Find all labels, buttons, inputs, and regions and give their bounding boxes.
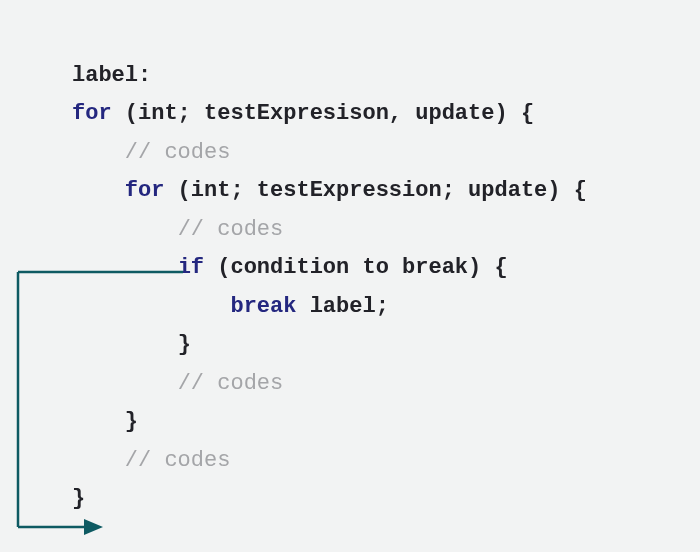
for-inner-header: (int; testExpression; update) { [164, 178, 586, 203]
keyword-for-outer: for [72, 101, 112, 126]
if-header: (condition to break) { [204, 255, 508, 280]
keyword-for-inner: for [125, 178, 165, 203]
comment-codes-3: // codes [178, 371, 284, 396]
comment-codes-1: // codes [125, 140, 231, 165]
svg-marker-3 [84, 519, 103, 535]
close-brace-inner-for: } [125, 409, 138, 434]
close-brace-if: } [178, 332, 191, 357]
break-target: label; [296, 294, 388, 319]
keyword-if: if [178, 255, 204, 280]
comment-codes-4: // codes [125, 448, 231, 473]
label-statement: label: [72, 63, 151, 88]
for-outer-header: (int; testExpresison, update) { [112, 101, 534, 126]
close-brace-outer-for: } [72, 486, 85, 511]
keyword-break: break [230, 294, 296, 319]
code-block: label: for (int; testExpresison, update)… [0, 0, 700, 519]
comment-codes-2: // codes [178, 217, 284, 242]
